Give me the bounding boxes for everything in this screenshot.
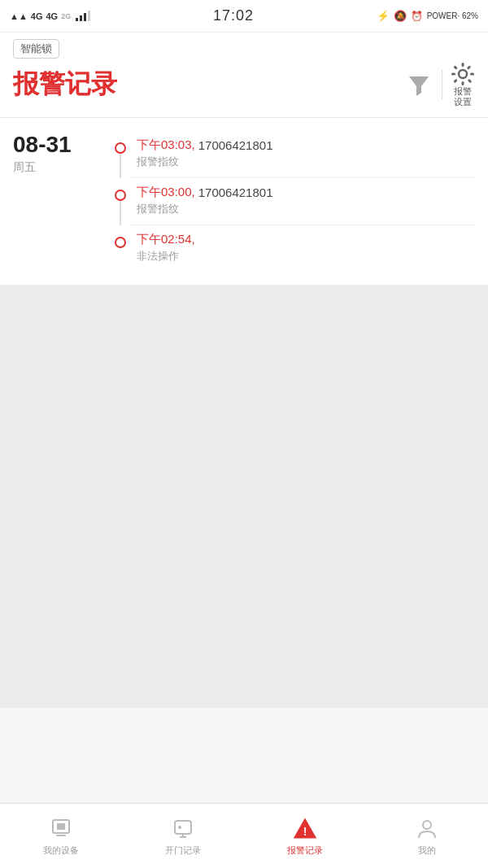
entry-time-2: 下午03:00, <box>137 185 195 200</box>
settings-button[interactable]: 报警设置 <box>451 62 475 107</box>
timeline-column: 下午03:03, 17006421801 报警指纹 下午03:00, 17006… <box>111 131 475 272</box>
svg-rect-7 <box>462 81 464 85</box>
battery-text: POWER· 62% <box>427 11 478 20</box>
svg-rect-0 <box>76 18 78 21</box>
signal-icon: ▲▲ <box>10 11 28 21</box>
entry-desc-2: 报警指纹 <box>137 202 475 216</box>
door-icon <box>170 815 196 841</box>
settings-label: 报警设置 <box>454 86 472 107</box>
svg-rect-8 <box>451 73 455 76</box>
entry-time-row-3: 下午02:54, <box>137 232 475 247</box>
entry-content-1: 下午03:03, 17006421801 报警指纹 <box>130 131 475 178</box>
timeline-line-1 <box>120 154 121 178</box>
bottom-nav: 我的设备 开门记录 ! 报警记录 <box>0 803 488 868</box>
svg-rect-17 <box>175 821 191 834</box>
timeline-connector-3 <box>111 225 130 248</box>
timeline-item-3: 下午02:54, 非法操作 <box>111 225 475 272</box>
status-bar: ▲▲ 4G 4G 2G 17:02 ⚡ 🔕 ⏰ POWER· 62% <box>0 0 488 33</box>
timeline-connector-1 <box>111 131 130 178</box>
nav-item-device[interactable]: 我的设备 <box>0 804 122 868</box>
breadcrumb-row: 智能锁 <box>13 39 475 59</box>
filter-button[interactable] <box>404 70 434 99</box>
timeline-connector-2 <box>111 178 130 225</box>
gear-icon <box>451 62 475 86</box>
nav-label-alert: 报警记录 <box>287 844 323 857</box>
status-signal: ▲▲ 4G 4G 2G <box>10 10 90 23</box>
timeline-item-2: 下午03:00, 17006421801 报警指纹 <box>111 178 475 225</box>
filter-icon <box>407 73 430 96</box>
timeline-item: 下午03:03, 17006421801 报警指纹 <box>111 131 475 178</box>
entry-content-2: 下午03:00, 17006421801 报警指纹 <box>130 178 475 225</box>
date-weekday: 周五 <box>13 160 111 175</box>
nav-item-door[interactable]: 开门记录 <box>122 804 244 868</box>
svg-text:!: ! <box>303 825 307 838</box>
volume-icon: 🔕 <box>394 10 407 22</box>
svg-point-5 <box>459 70 467 78</box>
header-title-row: 报警记录 <box>13 62 475 107</box>
alert-icon: ! <box>292 815 318 841</box>
header: 智能锁 报警记录 <box>0 33 488 118</box>
nav-item-profile[interactable]: 我的 <box>366 804 488 868</box>
entry-phone-1: 17006421801 <box>198 138 273 152</box>
svg-rect-13 <box>453 79 458 84</box>
entry-desc-1: 报警指纹 <box>137 155 475 169</box>
svg-point-23 <box>423 821 431 829</box>
svg-marker-4 <box>409 76 429 96</box>
svg-rect-10 <box>453 65 458 70</box>
nav-item-alert[interactable]: ! 报警记录 <box>244 804 366 868</box>
network-4g2: 4G <box>46 11 58 21</box>
page-title: 报警记录 <box>13 67 117 103</box>
status-time: 17:02 <box>213 7 254 24</box>
breadcrumb: 智能锁 <box>13 39 59 59</box>
svg-rect-9 <box>470 73 474 76</box>
timeline-dot-3 <box>115 237 126 248</box>
svg-rect-2 <box>84 13 86 21</box>
svg-rect-6 <box>462 63 464 67</box>
network-4g: 4G <box>31 11 43 21</box>
signal-bars <box>76 10 90 23</box>
header-actions: 报警设置 <box>404 62 475 107</box>
date-main: 08-31 <box>13 131 111 159</box>
entry-time-1: 下午03:03, <box>137 137 195 153</box>
date-column: 08-31 周五 <box>13 131 111 272</box>
svg-rect-16 <box>56 835 66 836</box>
svg-rect-1 <box>80 15 82 21</box>
nav-label-device: 我的设备 <box>43 844 79 857</box>
svg-rect-3 <box>88 11 90 21</box>
nav-label-door: 开门记录 <box>165 844 201 857</box>
timeline-dot-1 <box>115 142 126 154</box>
empty-area <box>0 285 488 708</box>
timeline-line-2 <box>120 201 121 225</box>
entry-time-3: 下午02:54, <box>137 232 195 247</box>
entry-time-row-1: 下午03:03, 17006421801 <box>137 137 475 153</box>
timeline-dot-2 <box>115 190 126 201</box>
network-2g: 2G <box>61 12 71 20</box>
header-divider <box>442 70 442 99</box>
entry-phone-2: 17006421801 <box>198 185 273 199</box>
entry-desc-3: 非法操作 <box>137 249 475 264</box>
svg-point-18 <box>178 826 181 829</box>
svg-rect-11 <box>468 79 473 84</box>
profile-icon <box>414 815 440 841</box>
alarm-icon: ⏰ <box>411 11 423 22</box>
device-icon <box>48 815 74 841</box>
svg-rect-12 <box>467 65 472 70</box>
date-section: 08-31 周五 下午03:03, 17006421801 报警指纹 <box>0 118 488 285</box>
entry-time-row-2: 下午03:00, 17006421801 <box>137 185 475 200</box>
bluetooth-icon: ⚡ <box>377 10 390 22</box>
svg-rect-15 <box>57 823 65 830</box>
content-area: 08-31 周五 下午03:03, 17006421801 报警指纹 <box>0 118 488 285</box>
status-right-icons: ⚡ 🔕 ⏰ POWER· 62% <box>377 10 478 22</box>
nav-label-profile: 我的 <box>418 844 436 857</box>
entry-content-3: 下午02:54, 非法操作 <box>130 225 475 272</box>
